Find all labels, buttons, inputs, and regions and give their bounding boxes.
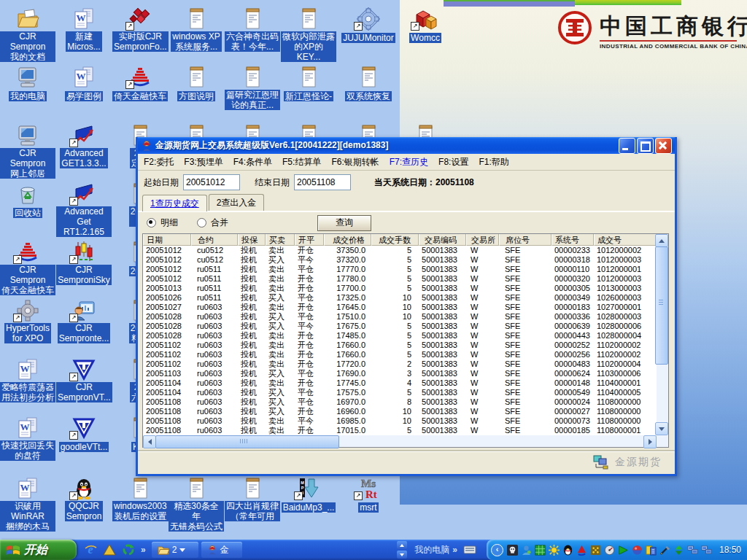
internet-explorer-icon[interactable] [84,543,97,556]
desktop-icon[interactable]: 实时版CJR SempronFo... [112,6,168,52]
vertical-scroll-thumb[interactable] [655,246,668,365]
table-row[interactable]: 20051013ru0511投机卖出开仓17700.0550001383WSFE… [143,284,668,293]
table-header-cell[interactable]: 成交价格 [324,234,371,246]
table-row[interactable]: 20051108ru0603投机卖出平今16985.01050001383WSF… [143,416,668,426]
table-header-cell[interactable]: 交易编码 [419,234,466,246]
desktop-icon[interactable]: windows XP 系统服务... [169,6,224,52]
desktop-icon[interactable]: windows2003 装机后的设置 [112,475,168,522]
desktop-icon[interactable]: 易学图例 [56,64,112,102]
updown-arrows-tray-icon[interactable] [673,544,685,556]
table-header-cell[interactable]: 系统号 [551,234,594,246]
table-row[interactable]: 20051012cu0512投机卖出开仓37350.0550001383WSFE… [143,246,668,255]
radio-merged[interactable] [197,218,206,228]
quick-launch-overflow-chevron[interactable]: » [141,545,146,555]
scroll-up-button[interactable] [655,234,668,247]
task-button-trading-app[interactable]: 金 [201,542,242,558]
desktop-icon[interactable]: QQCJR Sempron [56,475,112,522]
start-date-input[interactable] [183,174,240,190]
desktop-icon[interactable]: BaiduMp3_... [281,475,336,513]
desktop-icon-recycle-bin[interactable]: 回收站 [0,181,55,219]
desktop-icon[interactable]: CJR Sempron 我的文档 [0,6,55,63]
close-button[interactable] [655,138,672,154]
title-bar[interactable]: 金源期货网上交易系统超级版Ver6.1[20041222][demo1383] [138,137,675,154]
table-row[interactable]: 20051102ru0603投机卖出开仓17660.0550001383WSFE… [143,350,668,359]
desktop-icon[interactable]: CJR Sempron 倚天金融快车 [0,239,55,296]
minimize-button[interactable] [619,138,635,154]
network-tray-icon[interactable] [687,544,699,556]
color-sphere-tray-icon[interactable] [632,544,643,556]
menu-item-chalishi[interactable]: F7:查历史 [390,156,428,168]
table-row[interactable]: 20051102ru0603投机卖出开仓17720.0250001383WSFE… [143,359,668,369]
table-row[interactable]: 20051026ru0511投机买入平仓17325.01050001383WSF… [143,293,668,303]
table-row[interactable]: 20051028ru0603投机买入平仓17510.01050001383WSF… [143,312,668,322]
table-row[interactable]: 20051012cu0512投机买入平今37320.0550001383WSFE… [143,255,668,265]
sun-tray-icon[interactable] [549,544,560,556]
table-header-cell[interactable]: 成交号 [594,234,657,246]
table-row[interactable]: 20051028ru0603投机卖出开仓17485.0550001383WSFE… [143,331,668,341]
trade-table-body[interactable]: 20051012cu0512投机卖出开仓37350.0550001383WSFE… [143,246,668,435]
desktop-icon[interactable]: HyperTools for XPO [0,298,55,344]
vertical-scrollbar[interactable] [657,234,668,435]
desktop-icon[interactable]: msrt [341,475,396,513]
tab-cash-flow[interactable]: 2查出入金 [209,194,265,211]
desktop-icon[interactable]: 识破用WinRAR 捆绑的木马 [0,475,55,532]
desktop-icon[interactable]: CJR SempronVT... [56,357,112,403]
tab-history-trades[interactable]: 1查历史成交 [142,195,207,211]
skull-tray-icon[interactable] [507,544,519,556]
cards-tray-icon[interactable] [646,544,657,556]
desktop-icon[interactable]: 双系统恢复 [341,64,396,102]
play-triangle-tray-icon[interactable] [618,544,630,556]
table-header-cell[interactable]: 日期 [143,234,191,246]
horizontal-scroll-thumb[interactable] [155,435,339,448]
table-row[interactable]: 20051108ru0603投机卖出开仓17015.0550001383WSFE… [143,426,668,435]
table-header-cell[interactable]: 成交手数 [371,234,419,246]
table-header-cell[interactable]: 交易所 [466,234,499,246]
desktop-icon[interactable]: Womcc [398,6,453,44]
menu-item-bangzhu[interactable]: F1:帮助 [479,156,508,168]
desktop-icon[interactable]: 四大出肖规律 （常年可用 [225,475,280,522]
desktop-icon[interactable]: Advanced GET1.3.3... [56,122,112,169]
taskbar-clock[interactable]: 18:50 [719,545,741,555]
scroll-down-button[interactable] [655,422,668,435]
maximize-button[interactable] [637,138,654,154]
desktop-icon[interactable]: CJR SemproniSky [56,239,112,286]
table-header-cell[interactable]: 合约 [191,234,238,246]
desktop-icon[interactable]: 爱略特震荡器 用法初步分析 [0,357,55,403]
table-row[interactable]: 20051102ru0603投机卖出开仓17660.0550001383WSFE… [143,341,668,350]
trade-table-header[interactable]: 日期合约投保买卖开平成交价格成交手数交易编码交易所席位号系统号成交号 [143,234,668,246]
desktop-icon[interactable]: CJR Sempron 网上邻居 [0,122,55,179]
desktop-icon[interactable]: 新江恩怪论- [281,64,336,102]
table-row[interactable]: 20051028ru0603投机买入平今17675.0550001383WSFE… [143,322,668,331]
table-header-cell[interactable]: 买卖 [266,234,295,246]
desktop-icon[interactable]: JUJUMonitor [341,6,396,44]
dotted-square-tray-icon[interactable] [590,544,602,556]
keyboard-icon[interactable] [463,545,476,554]
green-grid-tray-icon[interactable] [535,544,546,556]
desktop-icon[interactable]: 新建 Micros... [56,6,112,52]
toolbar-scroll-down[interactable] [397,551,407,559]
table-header-cell[interactable]: 投保 [238,234,266,246]
scroll-left-button[interactable] [143,435,156,448]
toolbar-overflow-chevron[interactable]: » [452,545,457,555]
menu-item-yumaidan[interactable]: F3:预埋单 [184,156,222,168]
scroll-right-button[interactable] [643,435,657,448]
table-row[interactable]: 20051012ru0511投机卖出平仓17770.0550001383WSFE… [143,265,668,274]
table-row[interactable]: 20051108ru0603投机买入开仓16960.01050001383WSF… [143,407,668,416]
table-row[interactable]: 20051103ru0603投机买入平仓17690.0350001383WSFE… [143,369,668,378]
desktop-icon[interactable]: 倚天金融快车 [112,64,168,102]
task-button-group[interactable]: 2 [152,542,198,558]
network-tray-icon[interactable] [701,544,713,556]
toolbar-scroll-up[interactable] [397,541,407,549]
table-header-cell[interactable]: 席位号 [499,234,551,246]
menu-item-weituo[interactable]: F2:委托 [144,156,174,168]
gauge-tray-icon[interactable] [604,544,616,556]
menu-item-tiaojiandan[interactable]: F4:条件单 [233,156,272,168]
menu-item-yinqizhuanzhang[interactable]: F6:银期转帐 [331,156,379,168]
my-computer-toolbar-label[interactable]: 我的电脑 [414,544,449,556]
desktop-icon[interactable]: goodleVTt... [56,415,112,453]
radio-detail[interactable] [147,218,156,228]
desktop-icon[interactable]: 微软内部泄露 的XP的KEY... [281,6,336,63]
menu-item-shezhi[interactable]: F8:设置 [438,156,468,168]
desktop-icon[interactable]: 篇研究江恩理 论的真正... [225,64,280,111]
pen-tray-icon[interactable] [659,544,671,556]
